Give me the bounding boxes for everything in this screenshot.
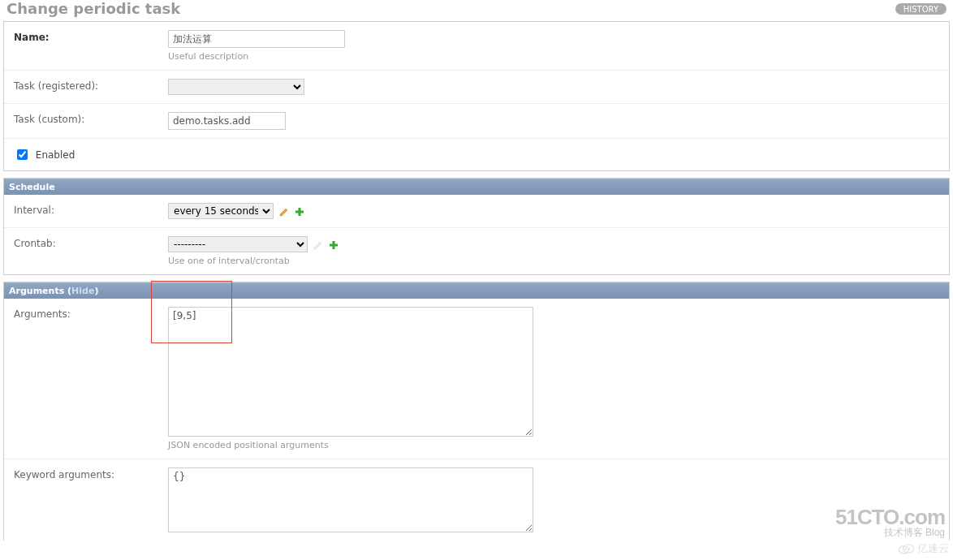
row-kwargs: Keyword arguments: — [4, 459, 949, 541]
crontab-select[interactable]: --------- — [168, 236, 308, 252]
name-help: Useful description — [168, 51, 939, 62]
row-task-registered: Task (registered): — [4, 71, 949, 104]
watermark-yisu: 亿速云 — [897, 541, 949, 547]
schedule-module: Schedule Interval: every 15 seconds Cron… — [3, 178, 950, 275]
kwargs-textarea[interactable] — [168, 467, 533, 532]
interval-label: Interval: — [14, 203, 168, 216]
svg-rect-1 — [295, 210, 304, 213]
schedule-header: Schedule — [4, 179, 949, 195]
enabled-checkbox[interactable] — [17, 149, 28, 160]
row-enabled: Enabled — [4, 139, 949, 170]
arguments-header: Arguments (Hide) — [4, 282, 949, 299]
pencil-icon[interactable] — [313, 240, 323, 250]
kwargs-label: Keyword arguments: — [14, 467, 168, 480]
task-registered-select[interactable] — [168, 79, 304, 95]
pencil-icon[interactable] — [279, 207, 289, 217]
args-textarea[interactable] — [168, 307, 533, 437]
name-input[interactable] — [168, 30, 345, 48]
plus-icon[interactable] — [329, 240, 339, 250]
args-label: Arguments: — [14, 307, 168, 320]
crontab-label: Crontab: — [14, 236, 168, 249]
watermark-51cto: 51CTO.com 技术博客 Blog — [835, 506, 945, 537]
plus-icon[interactable] — [295, 207, 304, 217]
task-custom-input[interactable] — [168, 112, 286, 130]
arguments-module: Arguments (Hide) Arguments: JSON encoded… — [3, 282, 950, 541]
history-button[interactable]: History — [895, 3, 947, 15]
args-help: JSON encoded positional arguments — [168, 440, 939, 450]
page-title: Change periodic task — [6, 0, 180, 17]
enabled-label: Enabled — [36, 149, 75, 161]
hide-link[interactable]: Hide — [71, 286, 94, 296]
row-name: Name: Useful description — [4, 22, 949, 71]
row-crontab: Crontab: --------- Use one of interval/c… — [4, 228, 949, 274]
interval-select[interactable]: every 15 seconds — [168, 203, 274, 219]
row-args: Arguments: JSON encoded positional argum… — [4, 299, 949, 459]
crontab-help: Use one of interval/crontab — [168, 256, 939, 266]
svg-rect-3 — [330, 243, 338, 246]
basic-module: Name: Useful description Task (registere… — [3, 21, 950, 171]
task-registered-label: Task (registered): — [14, 79, 168, 92]
row-task-custom: Task (custom): — [4, 104, 949, 139]
name-label: Name: — [14, 30, 168, 43]
row-interval: Interval: every 15 seconds — [4, 195, 949, 228]
task-custom-label: Task (custom): — [14, 112, 168, 125]
